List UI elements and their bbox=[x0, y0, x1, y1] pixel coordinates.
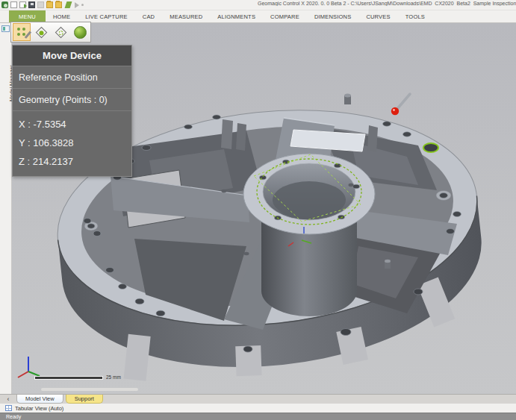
probe-stem bbox=[397, 94, 410, 110]
tab-scroll-left-button[interactable]: ‹ bbox=[0, 395, 16, 404]
geometry-row[interactable]: Geometry (Points : 0) bbox=[13, 88, 131, 110]
scale-bar-label: 25 mm bbox=[106, 374, 121, 380]
triad-x-axis bbox=[18, 372, 28, 377]
coordinates-block: X : -7.5354 Y : 106.3828 Z : 214.2137 bbox=[13, 110, 131, 176]
panel-title: Move Device bbox=[13, 46, 131, 66]
horizontal-scrollbar-thumb[interactable] bbox=[41, 388, 138, 391]
menu-tab-compare[interactable]: COMPARE bbox=[263, 10, 307, 22]
highlighted-hole[interactable] bbox=[423, 143, 438, 152]
lightning-icon[interactable] bbox=[65, 1, 72, 8]
menu-tab-alignments[interactable]: ALIGNMENTS bbox=[210, 10, 263, 22]
save-icon[interactable] bbox=[28, 1, 35, 8]
scale-bar: 25 mm bbox=[34, 374, 121, 380]
customize-icon[interactable] bbox=[81, 4, 84, 6]
window-title: Geomagic Control X 2020. 0. 0 Beta 2 - C… bbox=[258, 1, 516, 6]
probe-feature-dashed-tool[interactable] bbox=[52, 23, 69, 41]
coordinate-x: X : -7.5354 bbox=[19, 115, 125, 134]
status-text: Ready bbox=[6, 414, 21, 419]
coordinate-y: Y : 106.3828 bbox=[19, 134, 125, 152]
scale-bar-rule bbox=[34, 376, 103, 380]
center-cylinder[interactable] bbox=[243, 154, 375, 316]
new-document-icon[interactable] bbox=[10, 1, 17, 8]
menu-tab-home[interactable]: HOME bbox=[46, 10, 78, 22]
quick-access-toolbar bbox=[0, 1, 84, 8]
menu-tab-dimensions[interactable]: DIMENSIONS bbox=[307, 10, 359, 22]
model-manager-strip: Model Manager bbox=[0, 23, 12, 394]
save-as-folder-icon[interactable] bbox=[55, 1, 62, 8]
diamond-dashed-icon bbox=[55, 26, 66, 38]
view-tab-bar: ‹ Model View Support bbox=[0, 394, 516, 404]
undo-icon[interactable] bbox=[75, 2, 79, 8]
probe-points-tool[interactable] bbox=[13, 23, 31, 41]
print-icon[interactable] bbox=[37, 1, 44, 8]
import-file-icon[interactable] bbox=[19, 1, 26, 8]
probe[interactable] bbox=[391, 94, 410, 115]
support-tab[interactable]: Support bbox=[66, 395, 103, 404]
coordinate-z: Z : 214.2137 bbox=[19, 152, 125, 171]
model-view-tab[interactable]: Model View bbox=[16, 395, 63, 404]
tabular-view-row[interactable]: Tabular View (Auto) bbox=[0, 404, 516, 413]
probe-feature-tool[interactable] bbox=[32, 23, 50, 41]
status-bar: Ready bbox=[0, 413, 516, 420]
menu-tab-cad[interactable]: CAD bbox=[135, 10, 162, 22]
open-folder-icon[interactable] bbox=[46, 1, 53, 8]
dot-grid-icon bbox=[17, 28, 26, 37]
menu-tab-live-capture[interactable]: LIVE CAPTURE bbox=[78, 10, 135, 22]
sphere-icon bbox=[74, 26, 87, 39]
move-device-panel: Move Device Reference Position Geometry … bbox=[12, 45, 132, 177]
reference-position-row[interactable]: Reference Position bbox=[13, 66, 131, 88]
capture-toolbar bbox=[10, 22, 91, 43]
app-icon[interactable] bbox=[1, 1, 8, 8]
menu-tab-menu[interactable]: MENU bbox=[9, 10, 46, 22]
title-bar: Geomagic Control X 2020. 0. 0 Beta 2 - C… bbox=[0, 0, 516, 10]
tabular-view-label: Tabular View (Auto) bbox=[15, 405, 63, 412]
menu-tab-curves[interactable]: CURVES bbox=[358, 10, 397, 22]
probe-sphere-tool[interactable] bbox=[71, 23, 89, 41]
menu-tab-measured[interactable]: MEASURED bbox=[162, 10, 210, 22]
table-icon bbox=[5, 405, 12, 411]
app-window: Geomagic Control X 2020. 0. 0 Beta 2 - C… bbox=[0, 0, 516, 420]
viewport-3d[interactable]: 25 mm Move Device Reference Position Geo… bbox=[12, 23, 516, 394]
model-manager-icon[interactable] bbox=[1, 25, 10, 32]
diamond-feature-icon bbox=[35, 26, 47, 38]
probe-sphere bbox=[391, 107, 399, 115]
menu-tab-tools[interactable]: TOOLS bbox=[398, 10, 432, 22]
